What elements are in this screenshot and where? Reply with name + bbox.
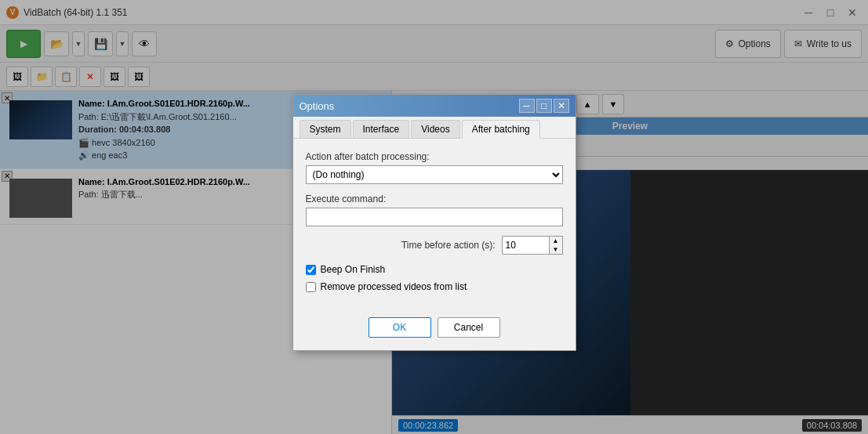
ok-button[interactable]: OK bbox=[369, 317, 431, 338]
remove-label[interactable]: Remove processed videos from list bbox=[321, 281, 467, 292]
remove-row: Remove processed videos from list bbox=[306, 281, 563, 292]
beep-label[interactable]: Beep On Finish bbox=[321, 264, 386, 275]
dialog-maximize-button[interactable]: □ bbox=[536, 99, 552, 113]
spinner-arrows: ▲ ▼ bbox=[549, 236, 563, 255]
action-select[interactable]: (Do nothing) Shutdown Hibernate Sleep Cl… bbox=[306, 165, 563, 184]
time-input[interactable] bbox=[502, 236, 549, 255]
tab-interface[interactable]: Interface bbox=[353, 120, 410, 138]
options-dialog: Options ─ □ ✕ System Interface Videos Af… bbox=[292, 94, 576, 351]
beep-row: Beep On Finish bbox=[306, 264, 563, 275]
modal-overlay: Options ─ □ ✕ System Interface Videos Af… bbox=[0, 0, 868, 434]
action-row: Action after batch processing: (Do nothi… bbox=[306, 151, 563, 184]
execute-row: Execute command: bbox=[306, 193, 563, 226]
dialog-footer: OK Cancel bbox=[293, 311, 576, 350]
spinner-up-button[interactable]: ▲ bbox=[550, 237, 562, 245]
dialog-minimize-button[interactable]: ─ bbox=[519, 99, 535, 113]
execute-label: Execute command: bbox=[306, 193, 563, 204]
dialog-controls: ─ □ ✕ bbox=[519, 99, 569, 113]
tab-system[interactable]: System bbox=[300, 120, 351, 138]
tab-after-batching[interactable]: After batching bbox=[462, 120, 540, 139]
dialog-body: Action after batch processing: (Do nothi… bbox=[293, 139, 576, 311]
tab-videos[interactable]: Videos bbox=[411, 120, 459, 138]
beep-checkbox[interactable] bbox=[306, 265, 316, 275]
time-row: Time before action (s): ▲ ▼ bbox=[306, 236, 563, 255]
action-label: Action after batch processing: bbox=[306, 151, 563, 162]
time-label: Time before action (s): bbox=[401, 240, 496, 251]
dialog-close-button[interactable]: ✕ bbox=[554, 99, 569, 113]
execute-input[interactable] bbox=[306, 208, 563, 226]
dialog-titlebar: Options ─ □ ✕ bbox=[293, 95, 576, 117]
dialog-title: Options bbox=[300, 100, 335, 112]
time-spinner: ▲ ▼ bbox=[502, 236, 563, 255]
remove-checkbox[interactable] bbox=[306, 282, 316, 292]
cancel-button[interactable]: Cancel bbox=[438, 317, 500, 338]
spinner-down-button[interactable]: ▼ bbox=[550, 245, 562, 254]
dialog-tabs: System Interface Videos After batching bbox=[293, 117, 576, 139]
